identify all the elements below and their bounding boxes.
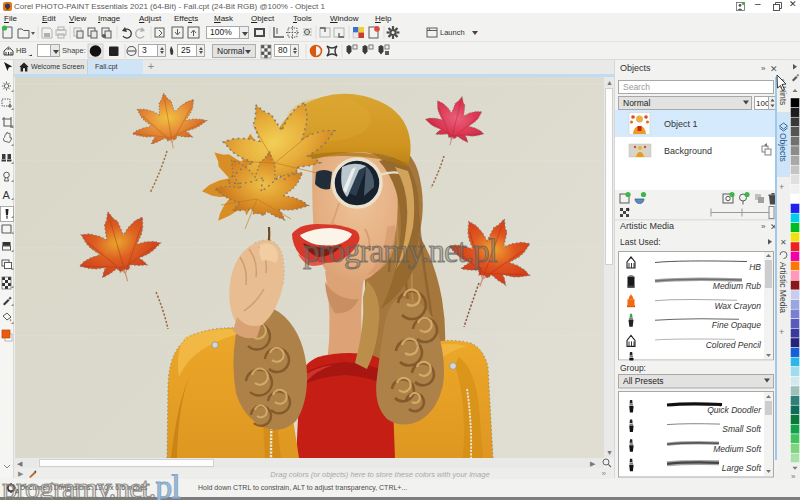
svg-text:100: 100 — [756, 99, 770, 108]
svg-text:Small Soft: Small Soft — [722, 424, 761, 434]
svg-text:Large Soft: Large Soft — [722, 463, 762, 473]
svg-text:Normal: Normal — [623, 98, 651, 108]
svg-text:»: » — [791, 472, 796, 478]
svg-text:Object 1: Object 1 — [664, 119, 698, 129]
svg-text:Artistic Media: Artistic Media — [620, 221, 674, 231]
svg-text:+: + — [779, 327, 784, 337]
svg-text:Search: Search — [623, 82, 650, 92]
svg-text:Quick Doodler: Quick Doodler — [707, 405, 762, 415]
svg-text:»: » — [761, 222, 766, 231]
svg-text:Objects: Objects — [620, 63, 651, 73]
svg-text:All Presets: All Presets — [623, 376, 664, 386]
svg-text:Group:: Group: — [620, 363, 646, 373]
svg-text:HB: HB — [749, 262, 761, 272]
svg-text:Medium Rub: Medium Rub — [713, 281, 761, 291]
svg-text:Fine Opaque: Fine Opaque — [712, 320, 761, 330]
svg-text:Wax Crayon: Wax Crayon — [714, 301, 761, 311]
svg-text:A: A — [3, 189, 11, 201]
svg-text:+: + — [779, 182, 784, 192]
svg-text:Last Used:: Last Used: — [620, 237, 661, 247]
svg-text:»: » — [761, 64, 766, 73]
svg-text:✕: ✕ — [780, 238, 787, 247]
svg-text:Medium Soft: Medium Soft — [713, 444, 761, 454]
svg-text:Colored Pencil: Colored Pencil — [706, 340, 762, 350]
svg-text:Background: Background — [664, 146, 712, 156]
